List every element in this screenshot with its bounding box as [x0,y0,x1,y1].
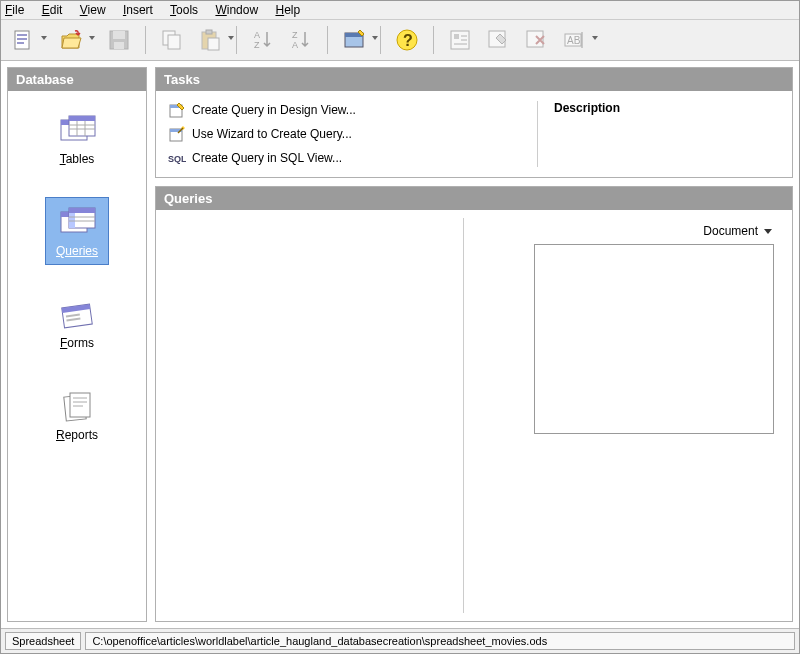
tables-icon [57,112,97,148]
open-object-button[interactable] [444,24,476,56]
svg-text:A: A [254,30,260,40]
edit-object-icon [486,28,510,52]
svg-rect-5 [113,31,125,39]
queries-list-area[interactable] [164,218,464,613]
sidebar-item-forms[interactable]: Forms [46,289,108,357]
save-icon [107,28,131,52]
paste-button[interactable] [194,24,226,56]
tasks-header: Tasks [156,68,792,91]
toolbar-separator [380,26,381,54]
save-button[interactable] [103,24,135,56]
status-document-type: Spreadsheet [5,632,81,650]
menu-tools[interactable]: Tools [170,3,198,17]
svg-text:Z: Z [254,40,260,50]
svg-rect-21 [454,34,459,39]
svg-rect-6 [114,42,124,49]
design-view-icon [168,101,186,119]
svg-text:SQL: SQL [168,154,186,164]
sidebar-item-queries[interactable]: Queries [45,197,109,265]
form-new-button[interactable] [338,24,370,56]
reports-icon [57,388,97,424]
forms-icon [57,296,97,332]
svg-text:A: A [292,40,298,50]
sidebar-item-reports[interactable]: Reports [45,381,109,449]
menu-help[interactable]: Help [275,3,300,17]
preview-box [534,244,774,434]
sidebar-item-label: Queries [56,244,98,258]
queries-body: Document [156,210,792,621]
tasks-panel: Tasks Create Query in Design View... [155,67,793,178]
task-list: Create Query in Design View... Use Wizar… [168,101,538,167]
svg-rect-1 [17,34,27,36]
sort-desc-icon: Z A [289,28,313,52]
sql-view-icon: SQL [168,149,186,167]
svg-rect-30 [69,116,95,121]
task-label: Use Wizard to Create Query... [192,127,352,141]
sidebar-item-label: Tables [60,152,95,166]
sort-asc-button[interactable]: A Z [247,24,279,56]
sidebar-nav: Tables Queries [8,91,146,621]
document-dropdown-label: Document [703,224,758,238]
queries-preview-area: Document [472,218,784,613]
task-description-area: Description [538,101,780,167]
task-create-query-design[interactable]: Create Query in Design View... [168,101,525,119]
folder-open-icon [59,28,83,52]
delete-object-button[interactable] [520,24,552,56]
task-label: Create Query in Design View... [192,103,356,117]
toolbar: A Z Z A ? [1,20,799,61]
sidebar-item-tables[interactable]: Tables [46,105,108,173]
dropdown-arrow-icon [41,36,47,40]
svg-rect-38 [69,208,95,213]
menu-edit[interactable]: Edit [42,3,63,17]
delete-object-icon [524,28,548,52]
toolbar-separator [327,26,328,54]
main-body: Database Tables [1,61,799,628]
toolbar-separator [145,26,146,54]
toolbar-separator [433,26,434,54]
main-column: Tasks Create Query in Design View... [155,67,793,622]
svg-rect-10 [206,30,212,34]
dropdown-arrow-icon [228,36,234,40]
status-document-path: C:\openoffice\articles\worldlabel\articl… [85,632,795,650]
menu-file[interactable]: File [5,3,24,17]
task-use-wizard[interactable]: Use Wizard to Create Query... [168,125,525,143]
svg-rect-47 [70,393,90,417]
new-document-icon [11,28,35,52]
description-label: Description [554,101,780,115]
dropdown-arrow-icon [372,36,378,40]
queries-header: Queries [156,187,792,210]
sidebar-item-label: Forms [60,336,94,350]
document-dropdown[interactable]: Document [703,224,784,238]
svg-text:AB: AB [567,35,581,46]
task-create-query-sql[interactable]: SQL Create Query in SQL View... [168,149,525,167]
menu-window[interactable]: Window [215,3,258,17]
copy-icon [160,28,184,52]
menubar: File Edit View Insert Tools Window Help [1,1,799,20]
sort-desc-button[interactable]: Z A [285,24,317,56]
copy-button[interactable] [156,24,188,56]
paste-icon [198,28,222,52]
open-button[interactable] [55,24,87,56]
sidebar-item-label: Reports [56,428,98,442]
svg-rect-2 [17,38,27,40]
svg-text:Z: Z [292,30,298,40]
wizard-icon [168,125,186,143]
sidebar-header: Database [8,68,146,91]
tasks-body: Create Query in Design View... Use Wizar… [156,91,792,177]
rename-object-button[interactable]: AB [558,24,590,56]
form-icon [342,28,366,52]
svg-rect-8 [168,35,180,49]
svg-rect-11 [208,38,219,50]
queries-icon [57,204,97,240]
menu-insert[interactable]: Insert [123,3,153,17]
edit-object-button[interactable] [482,24,514,56]
toolbar-separator [236,26,237,54]
open-object-icon [448,28,472,52]
statusbar: Spreadsheet C:\openoffice\articles\world… [1,628,799,653]
menu-view[interactable]: View [80,3,106,17]
help-button[interactable]: ? [391,24,423,56]
svg-rect-3 [17,42,24,44]
sort-asc-icon: A Z [251,28,275,52]
new-document-button[interactable] [7,24,39,56]
dropdown-arrow-icon [764,229,772,234]
